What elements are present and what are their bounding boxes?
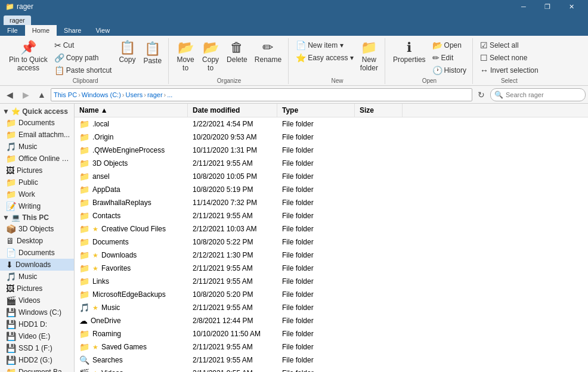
sidebar-item-work[interactable]: 📁 Work — [0, 188, 74, 200]
history-button[interactable]: 🕐 History — [430, 64, 469, 76]
copy-path-label: Copy path — [66, 54, 99, 62]
paste-shortcut-button[interactable]: 📋 Paste shortcut — [52, 64, 114, 76]
copy-path-button[interactable]: 🔗 Copy path — [52, 52, 114, 64]
file-size — [355, 359, 403, 361]
search-input[interactable] — [506, 91, 588, 98]
breadcrumb-windows[interactable]: Windows (C:) — [82, 91, 121, 98]
sidebar-item-desktop[interactable]: 🖥 Desktop — [0, 235, 74, 247]
file-date: 10/10/2020 11:50 AM — [188, 328, 277, 339]
breadcrumb-users[interactable]: Users — [125, 91, 143, 98]
sidebar-item-music2[interactable]: 🎵 Music — [0, 271, 74, 283]
ribbon-tab-file[interactable]: File — [0, 25, 25, 36]
sidebar-item-music[interactable]: 🎵 Music — [0, 141, 74, 153]
file-row[interactable]: 📁 ★ Downloads 2/12/2021 1:30 PM File fol… — [75, 249, 588, 262]
file-name: 📁 .local — [75, 118, 188, 130]
sidebar-item-downloads[interactable]: ⬇ Downloads — [0, 259, 74, 271]
file-row[interactable]: 🎵 ★ Music 2/11/2021 9:55 AM File folder — [75, 301, 588, 314]
sidebar-item-hdd1[interactable]: 💾 HDD1 D: — [0, 318, 74, 330]
sidebar-item-documents2[interactable]: 📄 Documents — [0, 247, 74, 259]
file-row[interactable]: 📁 ★ Creative Cloud Files 2/12/2021 10:03… — [75, 222, 588, 235]
sidebar-item-office[interactable]: 📁 Office Online ex... — [0, 153, 74, 165]
col-header-size[interactable]: Size — [355, 104, 403, 117]
sidebar-item-docback1[interactable]: 📁 Document Back... — [0, 366, 74, 372]
file-row[interactable]: 🔍 Searches 2/11/2021 9:55 AM File folder — [75, 354, 588, 367]
up-button[interactable]: ▲ — [35, 88, 49, 102]
drive-icon: 💾 — [6, 331, 16, 341]
sidebar-item-ssd1[interactable]: 💾 SSD 1 (F:) — [0, 342, 74, 354]
pictures-icon: 🖼 — [6, 284, 14, 293]
file-row[interactable]: 📁 ansel 10/8/2020 10:05 PM File folder — [75, 170, 588, 183]
breadcrumb-rager[interactable]: rager — [147, 91, 163, 98]
sidebar-item-public[interactable]: 📁 Public — [0, 176, 74, 188]
copy-icon: 📋 — [119, 41, 135, 54]
file-name: ☁ OneDrive — [75, 315, 188, 327]
file-row[interactable]: 📁 BrawlhallaReplays 11/14/2020 7:32 PM F… — [75, 196, 588, 209]
file-date: 11/14/2020 7:32 PM — [188, 197, 277, 208]
this-pc-header[interactable]: ▼ 💻 This PC — [0, 212, 74, 223]
address-bar[interactable]: This PC › Windows (C:) › Users › rager ›… — [51, 88, 472, 101]
file-name: 📁 MicrosoftEdgeBackups — [75, 289, 188, 300]
open-button[interactable]: 📂 Open — [430, 39, 469, 51]
sidebar-item-pictures2[interactable]: 🖼 Pictures — [0, 283, 74, 294]
ribbon-tab-view[interactable]: View — [88, 25, 117, 36]
file-row[interactable]: 📁 Documents 10/8/2020 5:22 PM File folde… — [75, 235, 588, 249]
close-button[interactable]: ✕ — [559, 0, 583, 13]
col-header-date[interactable]: Date modified — [188, 104, 277, 117]
sidebar-item-documents[interactable]: 📁 Documents — [0, 117, 74, 129]
quick-access-header[interactable]: ▼ ⭐ Quick access — [0, 106, 74, 117]
sidebar-item-3dobjects[interactable]: 📦 3D Objects — [0, 223, 74, 235]
sidebar-item-videos[interactable]: 🎬 Videos — [0, 294, 74, 306]
sidebar-item-writing[interactable]: 📝 Writing — [0, 200, 74, 212]
tab-rager[interactable]: rager — [4, 16, 31, 25]
documents-icon: 📄 — [6, 248, 16, 258]
delete-button[interactable]: 🗑 Delete — [224, 39, 250, 66]
file-row[interactable]: 📁 .Origin 10/20/2020 9:53 AM File folder — [75, 131, 588, 144]
rename-button[interactable]: ✏ Rename — [252, 39, 284, 66]
col-header-type[interactable]: Type — [277, 104, 355, 117]
search-box[interactable]: 🔍 — [490, 88, 586, 101]
file-row[interactable]: 📁 .QtWebEngineProcess 10/11/2020 1:31 PM… — [75, 144, 588, 157]
invert-selection-button[interactable]: ↔ Invert selection — [478, 64, 541, 76]
easy-access-button[interactable]: ⭐ Easy access ▾ — [293, 52, 356, 64]
restore-button[interactable]: ❐ — [536, 0, 559, 13]
col-header-name[interactable]: Name ▲ — [75, 104, 188, 117]
edit-button[interactable]: ✏ Edit — [430, 52, 469, 64]
file-row[interactable]: 🎬 ★ Videos 2/11/2021 9:55 AM File folder — [75, 367, 588, 372]
ribbon: File Home Share View 📌 Pin to Quickacces… — [0, 25, 588, 86]
select-none-button[interactable]: ☐ Select none — [478, 52, 541, 64]
sidebar-item-pictures[interactable]: 🖼 Pictures — [0, 165, 74, 176]
ribbon-tab-home[interactable]: Home — [25, 25, 57, 36]
copy-to-button[interactable]: 📂 Copyto — [199, 39, 222, 74]
breadcrumb-current[interactable]: ... — [167, 91, 172, 98]
file-row[interactable]: 📁 3D Objects 2/11/2021 9:55 AM File fold… — [75, 157, 588, 170]
file-row[interactable]: 📁 Contacts 2/11/2021 9:55 AM File folder — [75, 209, 588, 222]
cut-button[interactable]: ✂ Cut — [52, 39, 114, 51]
sidebar-item-hdd2[interactable]: 💾 HDD2 (G:) — [0, 354, 74, 366]
breadcrumb-thispc[interactable]: This PC — [54, 91, 77, 98]
back-button[interactable]: ◀ — [2, 88, 17, 102]
new-item-button[interactable]: 📄 New item ▾ — [293, 39, 356, 51]
properties-button[interactable]: ℹ Properties — [390, 39, 429, 66]
sidebar-item-video-e[interactable]: 💾 Video (E:) — [0, 330, 74, 342]
copy-label: Copy — [119, 55, 135, 64]
file-row[interactable]: 📁 MicrosoftEdgeBackups 10/8/2020 5:20 PM… — [75, 288, 588, 301]
file-row[interactable]: 📁 AppData 10/8/2020 5:19 PM File folder — [75, 183, 588, 196]
sidebar-item-email[interactable]: 📁 Email attachm... — [0, 129, 74, 141]
quick-access-button[interactable]: 📌 Pin to Quickaccess — [6, 39, 51, 74]
file-row[interactable]: 📁 ★ Favorites 2/11/2021 9:55 AM File fol… — [75, 262, 588, 275]
copy-button[interactable]: 📋 Copy — [115, 39, 139, 66]
ribbon-tab-share[interactable]: Share — [57, 25, 88, 36]
file-row[interactable]: 📁 ★ Saved Games 2/11/2021 9:55 AM File f… — [75, 340, 588, 354]
minimize-button[interactable]: ─ — [512, 0, 536, 13]
move-to-button[interactable]: 📂 Moveto — [174, 39, 197, 74]
sidebar-item-windows-c[interactable]: 💾 Windows (C:) — [0, 306, 74, 318]
file-row[interactable]: ☁ OneDrive 2/8/2021 12:44 PM File folder — [75, 314, 588, 327]
file-row[interactable]: 📁 Links 2/11/2021 9:55 AM File folder — [75, 275, 588, 288]
new-folder-button[interactable]: 📁 Newfolder — [357, 39, 381, 74]
paste-button[interactable]: 📋 Paste — [140, 41, 165, 67]
file-row[interactable]: 📁 Roaming 10/10/2020 11:50 AM File folde… — [75, 327, 588, 340]
file-row[interactable]: 📁 .local 1/22/2021 4:54 PM File folder — [75, 117, 588, 131]
forward-button[interactable]: ▶ — [18, 88, 33, 102]
refresh-button[interactable]: ↻ — [474, 88, 488, 102]
select-all-button[interactable]: ☑ Select all — [478, 39, 541, 51]
